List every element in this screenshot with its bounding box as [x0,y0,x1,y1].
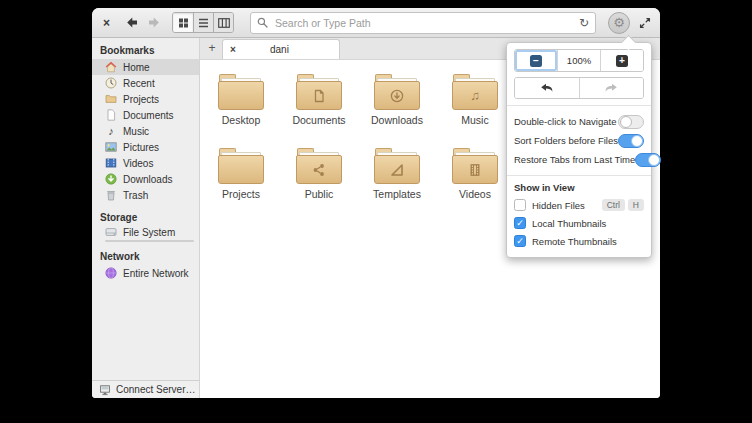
sidebar-item-trash[interactable]: Trash [92,187,199,203]
forward-arrow-icon [148,17,160,28]
sidebar-item-entire-network[interactable]: Entire Network [92,265,199,281]
menu-item-double-click[interactable]: Double-click to Navigate [514,112,644,131]
file-item-downloads[interactable]: Downloads [358,74,436,148]
toggle-label: Double-click to Navigate [514,116,616,127]
toggle-label: Sort Folders before Files [514,135,618,146]
local-thumbnails-checkbox[interactable] [514,217,526,229]
double-click-toggle[interactable] [618,115,644,129]
grid-view-button[interactable] [173,13,193,32]
shortcut-hint: Ctrl H [602,199,644,212]
folder-downloads-icon [374,74,420,110]
file-manager-window: × [92,8,660,398]
tab-dani[interactable]: × dani [222,39,340,59]
connect-server-button[interactable]: Connect Server… [92,380,199,398]
file-label: Downloads [358,114,436,126]
file-label: Music [436,114,514,126]
document-glyph-icon [311,88,327,104]
sidebar-item-pictures[interactable]: Pictures [92,139,199,155]
toggle-label: Restore Tabs from Last Time [514,154,635,165]
remote-thumbnails-checkbox[interactable] [514,235,526,247]
sidebar-item-label: Trash [123,190,148,201]
back-button[interactable] [126,17,138,28]
sidebar-item-documents[interactable]: Documents [92,107,199,123]
restore-tabs-toggle[interactable] [635,153,661,167]
ctrl-key-chip: Ctrl [602,199,625,212]
sidebar-item-label: Downloads [123,174,172,185]
menu-separator [507,175,651,176]
fullscreen-button[interactable] [639,17,651,29]
file-item-desktop[interactable]: Desktop [202,74,280,148]
file-item-templates[interactable]: Templates [358,148,436,222]
list-view-button[interactable] [193,13,213,32]
connect-server-label: Connect Server… [116,384,195,395]
sidebar-item-recent[interactable]: Recent [92,75,199,91]
file-item-projects[interactable]: Projects [202,148,280,222]
folder-documents-icon [296,74,342,110]
sidebar-item-file-system[interactable]: File System [92,226,199,242]
zoom-controls: − 100% + [514,49,644,72]
file-item-videos[interactable]: Videos [436,148,514,222]
folder-music-icon: ♫ [452,74,498,110]
search-bar[interactable]: ↻ [250,12,596,34]
refresh-icon[interactable]: ↻ [579,17,589,29]
music-note-icon: ♪ [105,125,117,137]
menu-item-local-thumbnails[interactable]: Local Thumbnails [514,214,644,232]
videos-icon [105,157,117,169]
undo-button[interactable] [515,78,579,98]
download-arrow-glyph-icon [389,88,405,104]
checkbox-label: Hidden Files [532,200,585,211]
file-label: Templates [358,188,436,200]
forward-button[interactable] [148,17,160,28]
hidden-files-checkbox[interactable] [514,199,526,211]
settings-popover: − 100% + Double-click to Navigate [506,42,652,258]
trash-icon [105,189,117,201]
file-item-public[interactable]: Public [280,148,358,222]
redo-icon [604,83,618,93]
storage-usage-bar [105,240,194,242]
file-label: Videos [436,188,514,200]
back-arrow-icon [126,17,138,28]
sidebar-item-label: Pictures [123,142,159,153]
menu-item-restore-tabs[interactable]: Restore Tabs from Last Time [514,150,644,169]
menu-item-hidden-files[interactable]: Hidden Files Ctrl H [514,196,644,214]
sidebar-item-downloads[interactable]: Downloads [92,171,199,187]
menu-item-remote-thumbnails[interactable]: Remote Thumbnails [514,232,644,250]
music-note-glyph-icon: ♫ [470,89,480,102]
redo-button[interactable] [579,78,644,98]
server-icon [99,384,111,396]
sidebar: Bookmarks Home Recent Projects Documents… [92,38,200,398]
sidebar-item-label: Home [123,62,150,73]
triangle-glyph-icon [389,162,405,178]
zoom-out-button[interactable]: − [515,50,557,71]
home-icon [105,61,117,73]
toolbar: × [92,8,660,38]
menu-item-sort-folders[interactable]: Sort Folders before Files [514,131,644,150]
sidebar-item-music[interactable]: ♪ Music [92,123,199,139]
file-label: Public [280,188,358,200]
recent-clock-icon [105,77,117,89]
sidebar-item-label: Documents [123,110,174,121]
search-input[interactable] [273,16,574,30]
sidebar-item-videos[interactable]: Videos [92,155,199,171]
checkbox-label: Local Thumbnails [532,218,606,229]
folder-templates-icon [374,148,420,184]
sidebar-header-storage: Storage [92,203,199,226]
view-switcher [172,12,234,33]
file-item-music[interactable]: ♫ Music [436,74,514,148]
checkbox-label: Remote Thumbnails [532,236,617,247]
sidebar-item-home[interactable]: Home [92,59,199,75]
zoom-in-button[interactable]: + [601,50,643,71]
column-view-button[interactable] [213,13,233,32]
sort-folders-toggle[interactable] [618,134,644,148]
new-tab-button[interactable]: + [204,40,220,56]
zoom-in-icon: + [616,55,628,67]
share-glyph-icon [311,162,327,178]
window-close-button[interactable]: × [101,17,112,29]
grid-view-icon [178,18,189,28]
settings-button[interactable]: ⚙ [608,12,630,34]
folder-videos-icon [452,148,498,184]
file-item-documents[interactable]: Documents [280,74,358,148]
undo-redo-controls [514,77,644,99]
desktop-background: × [0,0,752,423]
sidebar-item-projects[interactable]: Projects [92,91,199,107]
